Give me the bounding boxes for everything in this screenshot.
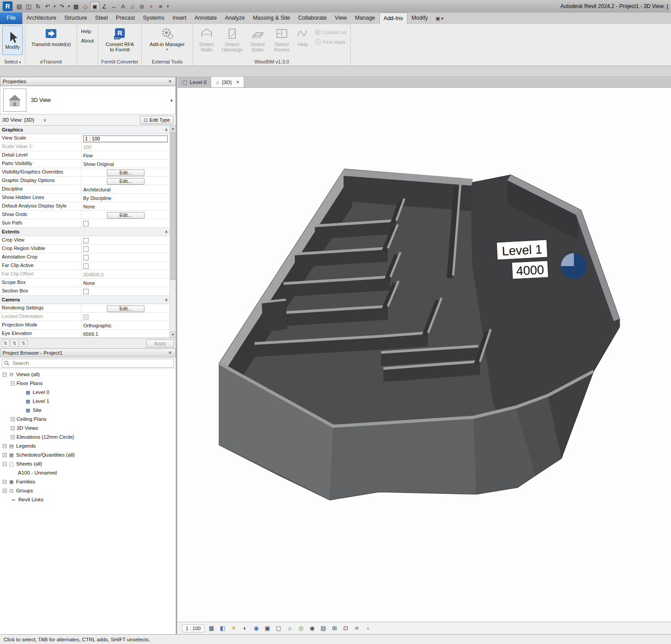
expand-plus-icon[interactable]: + — [3, 453, 7, 457]
level-tag-name[interactable]: Level 1 — [501, 242, 543, 258]
measure-icon[interactable]: ∠ — [100, 2, 109, 11]
print-icon[interactable]: ▩ — [72, 2, 81, 11]
aligned-dimension-icon[interactable]: ↔ — [109, 2, 118, 11]
collapse-minus-icon[interactable]: − — [3, 373, 7, 377]
tab-add-ins[interactable]: Add-Ins — [379, 13, 408, 24]
detect-rooms-button[interactable]: Detect Rooms — [270, 25, 293, 53]
tree-item-legends[interactable]: + ▤ Legends — [0, 441, 176, 450]
tree-item-revit-links[interactable]: ∞ Revit Links — [0, 495, 176, 504]
show-grids-edit-button[interactable]: Edit... — [107, 212, 144, 219]
browser-search[interactable] — [2, 359, 174, 368]
crop-view-checkbox[interactable] — [83, 238, 89, 243]
expand-plus-icon[interactable]: + — [3, 444, 7, 448]
apply-button[interactable]: Apply — [146, 339, 174, 347]
convert-rfa-to-formit-button[interactable]: R RFA Convert RFA to FormIt — [101, 25, 139, 53]
tree-item-ceiling-plans[interactable]: + Ceiling Plans — [0, 415, 176, 424]
tab-systems[interactable]: Systems — [139, 13, 168, 24]
customize-qat-icon[interactable]: ▾ — [166, 4, 170, 8]
add-in-manager-button[interactable]: Add-in Manager ▾ — [144, 25, 191, 53]
tree-item-views[interactable]: − ⊟ Views (all) — [0, 370, 176, 379]
detect-slabs-button[interactable]: Detect Slabs — [246, 25, 269, 53]
crop-view-icon[interactable]: ▣ — [263, 625, 272, 631]
annotation-crop-checkbox[interactable] — [83, 255, 89, 260]
thin-lines-icon[interactable]: ≡ — [156, 2, 165, 11]
expand-plus-icon[interactable]: + — [11, 417, 15, 421]
tree-item-floor-plans[interactable]: − Floor Plans — [0, 379, 176, 388]
revit-logo-icon[interactable]: R — [3, 1, 13, 11]
edit-type-button[interactable]: ⊡ Edit Type — [140, 116, 174, 124]
parts-visibility-value[interactable]: Show Original — [81, 160, 170, 168]
text-icon[interactable]: A — [119, 2, 127, 11]
tag-by-category-icon[interactable]: ◇ — [81, 2, 90, 11]
first-steps-link[interactable]: ? First steps — [315, 39, 347, 45]
tree-item-3d-views[interactable]: + 3D Views — [0, 424, 176, 432]
section-camera[interactable]: Camera ∧ — [0, 296, 170, 304]
discipline-value[interactable]: Architectural — [81, 185, 170, 193]
detail-level-icon[interactable]: ▦ — [208, 625, 216, 631]
drawing-area[interactable]: Level 1 4000 — [178, 88, 671, 622]
scrollbar-thumb[interactable] — [170, 132, 175, 280]
viewbar-collapse-icon[interactable]: ‹ — [364, 625, 372, 631]
tab-structure[interactable]: Structure — [60, 13, 91, 24]
tab-insert[interactable]: Insert — [168, 13, 190, 24]
sun-path-checkbox[interactable] — [83, 221, 89, 226]
tree-item-level-1[interactable]: ▦ Level 1 — [0, 397, 176, 406]
home-view-icon[interactable]: ⌂ — [128, 2, 137, 11]
vg-overrides-edit-button[interactable]: Edit... — [107, 169, 144, 176]
detail-level-value[interactable]: Fine — [81, 151, 170, 159]
tree-item-sheets[interactable]: − ▢ Sheets (all) — [0, 459, 176, 468]
temporary-hide-isolate-icon[interactable]: ◎ — [297, 625, 305, 631]
graphic-display-options-edit-button[interactable]: Edit... — [107, 178, 144, 185]
crop-region-visible-checkbox[interactable] — [83, 246, 89, 252]
type-selector[interactable]: 3D View ▾ — [0, 86, 176, 114]
transmit-models-button[interactable]: Transmit model(s) — [28, 25, 74, 48]
tab-annotate[interactable]: Annotate — [191, 13, 221, 24]
eye-elevation-value[interactable]: 6569.1 — [81, 330, 170, 338]
sort-descending-icon[interactable]: ⇅ — [20, 339, 27, 347]
help-button[interactable]: Help — [79, 28, 96, 34]
detect-openings-button[interactable]: Detect Openings — [219, 25, 245, 53]
search-input[interactable] — [12, 360, 172, 366]
expand-plus-icon[interactable]: + — [3, 489, 7, 493]
model-3d-view[interactable]: Level 1 4000 — [178, 88, 671, 622]
tab-manage[interactable]: Manage — [351, 13, 379, 24]
highlight-displacement-icon[interactable]: ⊡ — [342, 625, 350, 631]
view-tab-3d[interactable]: ⌂ {3D} × — [211, 77, 244, 87]
project-browser-header[interactable]: Project Browser - Project1 × — [0, 348, 176, 357]
reveal-constraints-icon[interactable]: ≡ — [353, 625, 361, 631]
tab-steel[interactable]: Steel — [91, 13, 112, 24]
undo-icon[interactable]: ↶ — [43, 2, 52, 11]
tab-precast[interactable]: Precast — [112, 13, 139, 24]
collapse-icon[interactable]: ∧ — [165, 229, 168, 234]
scroll-down-icon[interactable]: ▼ — [170, 331, 176, 338]
tab-architecture[interactable]: Architecture — [22, 13, 60, 24]
detect-walls-button[interactable]: Detect Walls — [195, 25, 218, 53]
show-crop-region-icon[interactable]: ▢ — [275, 625, 283, 631]
wisebim-help-button[interactable]: Help — [295, 25, 311, 48]
tree-item-a100[interactable]: A100 - Unnamed — [0, 468, 176, 477]
add-in-manager-caret-icon[interactable]: ▾ — [166, 47, 168, 52]
show-hidden-lines-value[interactable]: By Discipline — [81, 194, 170, 202]
temporary-view-properties-icon[interactable]: ▤ — [319, 625, 327, 631]
collapse-minus-icon[interactable]: − — [3, 462, 7, 466]
scroll-up-icon[interactable]: ▲ — [170, 126, 176, 132]
sun-path-icon[interactable]: ☀ — [230, 625, 238, 631]
undo-dropdown-icon[interactable]: ▾ — [52, 4, 57, 8]
save-icon[interactable]: ◫ — [24, 2, 33, 11]
unlocked-view-icon[interactable]: ⌂ — [286, 625, 294, 631]
select-panel-label[interactable]: Select▾ — [0, 58, 25, 66]
close-hidden-windows-icon[interactable]: × — [147, 2, 156, 11]
section-box-checkbox[interactable] — [83, 289, 89, 294]
properties-scrollbar[interactable]: ▲ ▼ — [170, 126, 176, 338]
redo-dropdown-icon[interactable]: ▾ — [67, 4, 71, 8]
close-view-tab-icon[interactable]: × — [236, 79, 239, 85]
visual-style-icon[interactable]: ◧ — [219, 625, 227, 631]
reveal-hidden-elements-icon[interactable]: ◉ — [308, 625, 316, 631]
collapse-icon[interactable]: ∧ — [165, 127, 168, 132]
scope-box-value[interactable]: None — [81, 279, 170, 287]
tree-item-level-0[interactable]: ▦ Level 0 — [0, 388, 176, 397]
section-extents[interactable]: Extents ∧ — [0, 228, 170, 236]
project-browser-close-icon[interactable]: × — [167, 350, 173, 356]
expand-plus-icon[interactable]: + — [3, 480, 7, 484]
tab-modify[interactable]: Modify — [408, 13, 432, 24]
